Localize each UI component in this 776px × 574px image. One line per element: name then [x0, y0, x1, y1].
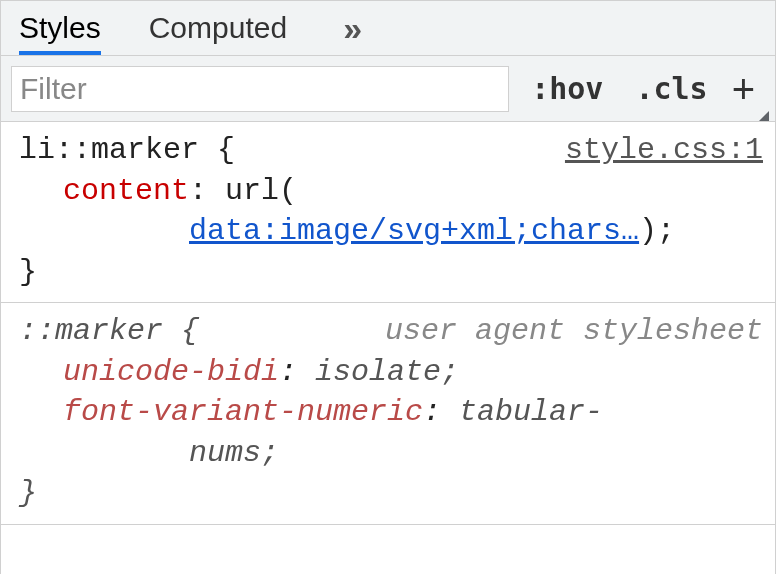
property-name: unicode-bidi	[63, 355, 279, 389]
rule-header: ::marker { user agent stylesheet	[19, 311, 775, 352]
cls-button[interactable]: .cls	[619, 71, 723, 106]
open-brace: {	[217, 133, 235, 167]
property-value: isolate;	[315, 355, 459, 389]
style-rule: li::marker { style.css:1 content: url( d…	[1, 122, 775, 303]
property-value: url(	[225, 174, 297, 208]
filter-input[interactable]	[11, 66, 509, 112]
value-continuation: nums;	[19, 433, 775, 474]
property-name: content	[63, 174, 189, 208]
property-name: font-variant-numeric	[63, 395, 423, 429]
styles-toolbar: :hov .cls +	[1, 56, 775, 122]
declaration[interactable]: content: url(	[19, 171, 775, 212]
colon: :	[423, 395, 441, 429]
declaration: font-variant-numeric: tabular-	[19, 392, 775, 433]
tab-computed[interactable]: Computed	[149, 1, 287, 55]
close-brace: }	[19, 252, 775, 293]
user-agent-rule: ::marker { user agent stylesheet unicode…	[1, 303, 775, 525]
tab-bar: Styles Computed »	[1, 0, 775, 56]
tab-overflow-icon[interactable]: »	[335, 9, 364, 48]
add-rule-button[interactable]: +	[724, 69, 775, 109]
colon: :	[189, 174, 207, 208]
source-link[interactable]: style.css:1	[565, 130, 763, 171]
selector-text[interactable]: li::marker	[19, 133, 199, 167]
hov-button[interactable]: :hov	[515, 71, 619, 106]
url-line: data:image/svg+xml;chars…);	[19, 211, 775, 252]
func-close: );	[639, 214, 675, 248]
declaration: unicode-bidi: isolate;	[19, 352, 775, 393]
rule-header: li::marker { style.css:1	[19, 130, 775, 171]
close-brace: }	[19, 473, 775, 514]
open-brace: {	[181, 314, 199, 348]
property-value: tabular-	[459, 395, 603, 429]
selector-text: ::marker	[19, 314, 163, 348]
data-url-link[interactable]: data:image/svg+xml;chars…	[189, 214, 639, 248]
styles-panel: Styles Computed » :hov .cls + li::marker…	[0, 0, 776, 574]
colon: :	[279, 355, 297, 389]
rules-list: li::marker { style.css:1 content: url( d…	[1, 122, 775, 525]
user-agent-label: user agent stylesheet	[385, 311, 763, 352]
tab-styles[interactable]: Styles	[19, 1, 101, 55]
